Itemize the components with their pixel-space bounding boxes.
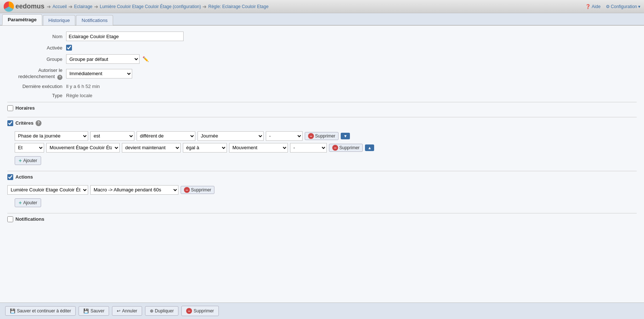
bottom-toolbar: 💾 Sauver et continuer à éditer 💾 Sauver … — [0, 302, 644, 312]
criteria-1-remove-btn[interactable]: – Supprimer — [305, 132, 339, 140]
tab-historique[interactable]: Historique — [43, 15, 76, 25]
help-icon: ❓ — [585, 4, 591, 9]
criteria-1-minus-icon: – — [308, 133, 314, 139]
autoriser-row: Autoriser leredéclenchement ? Immédiatem… — [7, 67, 637, 80]
breadcrumb-lumiere[interactable]: Lumière Couloir Etage Couloir Étage (con… — [100, 4, 201, 9]
actions-add-btn[interactable]: + Ajouter — [15, 198, 41, 207]
actions-action-select[interactable]: Macro -> Allumage pendant 60s — [90, 185, 178, 195]
criteria-2-field[interactable]: Mouvement Étage Couloir Étage — [46, 143, 120, 153]
nom-label: Nom — [7, 34, 66, 39]
groupe-row: Groupe Groupe par défaut ✏️ — [7, 54, 637, 64]
duplicate-button[interactable]: ⊕ Dupliquer — [145, 306, 178, 312]
actions-remove-btn[interactable]: – Supprimer — [181, 186, 214, 194]
help-label: Aide — [592, 4, 601, 9]
tabs-bar: Paramétrage Historique Notifications — [0, 13, 644, 26]
logo-icon — [4, 1, 14, 12]
criteria-2-remove-label: Supprimer — [339, 145, 359, 150]
actions-row-1: Lumière Couloir Etage Couloir Étag Macro… — [7, 185, 637, 195]
horaires-section: Horaires — [7, 102, 637, 113]
criteria-2-extra[interactable]: - — [290, 143, 327, 153]
criteria-plus-icon: + — [19, 158, 22, 164]
nom-row: Nom — [7, 32, 637, 41]
logo: eedomus — [4, 1, 44, 12]
logo-text: eedomus — [15, 3, 44, 10]
derniere-exec-label: Dernière exécution — [7, 84, 66, 89]
criteres-section: Critères ? — [7, 117, 637, 128]
breadcrumb-sep-1: ➜ — [68, 4, 73, 10]
help-button[interactable]: ❓ Aide — [585, 4, 601, 9]
cancel-label: Annuler — [122, 308, 137, 312]
notifications-checkbox[interactable] — [7, 216, 13, 222]
criteria-2-remove-btn[interactable]: – Supprimer — [329, 144, 363, 152]
actions-device-select[interactable]: Lumière Couloir Etage Couloir Étag — [7, 185, 88, 195]
breadcrumb-sep-3: ➜ — [202, 4, 207, 10]
criteria-2-comparator[interactable]: égal à — [183, 143, 227, 153]
save-label: Sauver — [90, 308, 104, 312]
delete-icon: – — [186, 308, 192, 312]
criteria-1-remove-label: Supprimer — [315, 133, 335, 139]
criteria-1-field[interactable]: Phase de la journée — [15, 131, 88, 141]
duplicate-icon: ⊕ — [150, 308, 153, 312]
criteria-2-move-up-btn[interactable]: ▲ — [365, 144, 374, 151]
criteria-add-btn[interactable]: + Ajouter — [15, 156, 41, 165]
actions-plus-icon: + — [19, 200, 22, 206]
nom-input[interactable] — [66, 32, 184, 41]
groupe-select[interactable]: Groupe par défaut — [66, 54, 140, 64]
criteres-checkbox[interactable] — [7, 120, 13, 126]
type-row: Type Règle locale — [7, 93, 637, 98]
config-button[interactable]: ⚙ Configuration ▾ — [606, 4, 640, 9]
save-edit-label: Sauver et continuer à éditer — [17, 308, 71, 312]
delete-button[interactable]: – Supprimer — [181, 306, 218, 312]
save-edit-icon: 💾 — [10, 308, 15, 312]
actions-add-label: Ajouter — [23, 200, 37, 205]
actions-checkbox[interactable] — [7, 174, 13, 180]
delete-label: Supprimer — [193, 308, 214, 312]
header-right: ❓ Aide ⚙ Configuration ▾ — [585, 4, 640, 9]
breadcrumb-eclairage[interactable]: Eclairage — [74, 4, 93, 9]
tab-notifications[interactable]: Notifications — [76, 15, 113, 25]
cancel-icon: ↩ — [117, 308, 120, 312]
criteria-1-value[interactable]: Journée — [198, 131, 264, 141]
groupe-label: Groupe — [7, 56, 66, 62]
criteria-add-label: Ajouter — [23, 158, 37, 163]
horaires-label: Horaires — [15, 105, 35, 111]
breadcrumb-regle[interactable]: Règle: Eclairage Couloir Etage — [208, 4, 268, 9]
tab-parametrage[interactable]: Paramétrage — [2, 14, 42, 25]
horaires-checkbox[interactable] — [7, 105, 13, 111]
criteria-2-connector[interactable]: Et — [15, 143, 44, 153]
notifications-section: Notifications — [7, 213, 637, 224]
main-content: Nom Activée Groupe Groupe par défaut ✏️ … — [0, 26, 644, 312]
notifications-label: Notifications — [15, 216, 44, 222]
criteria-row-1: Phase de la journée est différent de Jou… — [7, 131, 637, 141]
header-left: eedomus ➜ Accueil ➜ Eclairage ➜ Lumière … — [4, 1, 268, 12]
save-button[interactable]: 💾 Sauver — [79, 306, 109, 312]
criteres-help-icon[interactable]: ? — [36, 120, 41, 126]
derniere-exec-value: Il y a 6 h 52 min — [66, 84, 100, 89]
breadcrumb: ➜ Accueil ➜ Eclairage ➜ Lumière Couloir … — [47, 4, 268, 10]
breadcrumb-accueil[interactable]: Accueil — [53, 4, 67, 9]
actions-section: Actions — [7, 171, 637, 182]
criteria-1-extra[interactable]: - — [266, 131, 303, 141]
cancel-button[interactable]: ↩ Annuler — [112, 306, 142, 312]
criteria-2-operator[interactable]: devient maintenant — [122, 143, 181, 153]
activee-row: Activée — [7, 45, 637, 51]
duplicate-label: Dupliquer — [155, 308, 174, 312]
breadcrumb-sep-0: ➜ — [47, 4, 51, 10]
criteria-1-comparator[interactable]: différent de — [137, 131, 195, 141]
autoriser-select[interactable]: Immédiatement — [66, 69, 132, 78]
save-icon: 💾 — [83, 308, 89, 312]
autoriser-help-icon[interactable]: ? — [57, 75, 62, 80]
criteria-add-wrapper: + Ajouter — [7, 155, 637, 165]
activee-checkbox[interactable] — [66, 45, 72, 51]
save-edit-button[interactable]: 💾 Sauver et continuer à éditer — [5, 306, 76, 312]
edit-groupe-icon[interactable]: ✏️ — [142, 56, 149, 62]
actions-minus-icon: – — [184, 187, 190, 193]
criteria-2-minus-icon: – — [332, 145, 338, 151]
criteria-row-2: Et Mouvement Étage Couloir Étage devient… — [7, 143, 637, 153]
criteria-2-value[interactable]: Mouvement — [229, 143, 288, 153]
criteria-1-move-down-btn[interactable]: ▼ — [341, 133, 350, 139]
criteria-1-operator[interactable]: est — [90, 131, 134, 141]
breadcrumb-sep-2: ➜ — [94, 4, 98, 10]
config-chevron: ▾ — [638, 4, 640, 9]
gear-icon: ⚙ — [606, 4, 610, 9]
